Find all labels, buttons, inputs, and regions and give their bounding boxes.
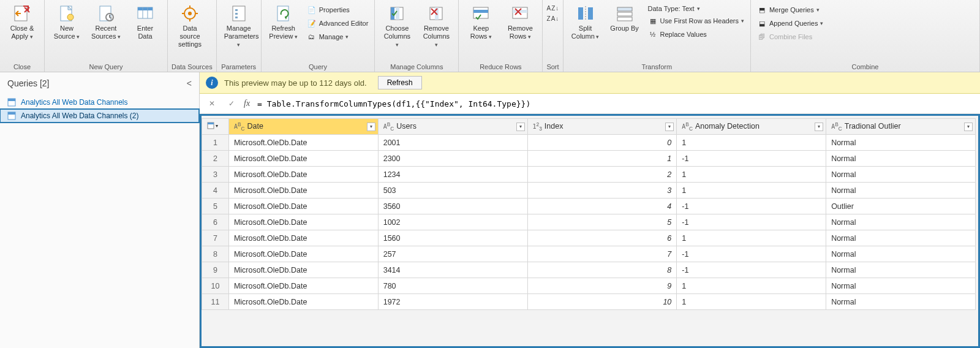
- cell-outlier[interactable]: Normal: [826, 214, 976, 230]
- refresh-preview-button[interactable]: Refresh Preview: [265, 2, 302, 42]
- split-column-button[interactable]: Split Column: [567, 2, 604, 42]
- column-header-anomaly[interactable]: ABCAnomaly Detection▾: [677, 119, 826, 135]
- table-row[interactable]: 4Microsoft.OleDb.Date50331Normal: [202, 183, 976, 199]
- cell-users[interactable]: 2300: [378, 151, 527, 167]
- cell-date[interactable]: Microsoft.OleDb.Date: [228, 167, 378, 183]
- table-row[interactable]: 1Microsoft.OleDb.Date200101Normal: [202, 135, 976, 151]
- cell-index[interactable]: 4: [527, 199, 677, 214]
- row-number[interactable]: 7: [202, 230, 229, 246]
- remove-rows-button[interactable]: Remove Rows: [502, 2, 538, 42]
- cell-anomaly[interactable]: 1: [677, 167, 826, 183]
- cell-anomaly[interactable]: -1: [677, 151, 826, 167]
- properties-button[interactable]: 📄Properties: [304, 4, 371, 16]
- cell-date[interactable]: Microsoft.OleDb.Date: [228, 278, 378, 294]
- column-filter-icon[interactable]: ▾: [367, 123, 375, 131]
- cell-outlier[interactable]: Normal: [826, 294, 976, 310]
- cell-users[interactable]: 1560: [378, 230, 527, 246]
- advanced-editor-button[interactable]: 📝Advanced Editor: [304, 17, 371, 29]
- query-item[interactable]: Analytics All Web Data Channels: [0, 96, 199, 109]
- row-number[interactable]: 4: [202, 183, 229, 199]
- row-number[interactable]: 5: [202, 199, 229, 214]
- row-number[interactable]: 8: [202, 246, 229, 262]
- notice-refresh-button[interactable]: Refresh: [378, 76, 422, 89]
- cell-anomaly[interactable]: 1: [677, 183, 826, 199]
- cell-date[interactable]: Microsoft.OleDb.Date: [228, 246, 378, 262]
- table-row[interactable]: 7Microsoft.OleDb.Date156061Normal: [202, 230, 976, 246]
- cell-anomaly[interactable]: -1: [677, 246, 826, 262]
- column-filter-icon[interactable]: ▾: [964, 123, 973, 131]
- table-row[interactable]: 11Microsoft.OleDb.Date1972101Normal: [202, 294, 976, 310]
- cell-anomaly[interactable]: -1: [677, 199, 826, 214]
- column-filter-icon[interactable]: ▾: [665, 123, 674, 131]
- column-header-outlier[interactable]: ABCTradional Outlier▾: [826, 119, 976, 135]
- table-corner-button[interactable]: ▾: [202, 119, 229, 135]
- recent-sources-button[interactable]: Recent Sources: [88, 2, 124, 42]
- cell-anomaly[interactable]: -1: [677, 214, 826, 230]
- row-number[interactable]: 1: [202, 135, 229, 151]
- enter-data-button[interactable]: Enter Data: [127, 2, 164, 42]
- cell-users[interactable]: 1234: [378, 167, 527, 183]
- column-filter-icon[interactable]: ▾: [815, 123, 823, 131]
- cell-users[interactable]: 1002: [378, 214, 527, 230]
- cell-date[interactable]: Microsoft.OleDb.Date: [228, 199, 378, 214]
- cell-date[interactable]: Microsoft.OleDb.Date: [228, 262, 378, 278]
- combine-files-button[interactable]: 🗐Combine Files: [755, 31, 826, 43]
- cell-index[interactable]: 3: [527, 183, 677, 199]
- cell-outlier[interactable]: Normal: [826, 151, 976, 167]
- cell-index[interactable]: 0: [527, 135, 677, 151]
- table-row[interactable]: 10Microsoft.OleDb.Date78091Normal: [202, 278, 976, 294]
- cell-date[interactable]: Microsoft.OleDb.Date: [228, 151, 378, 167]
- column-filter-icon[interactable]: ▾: [516, 123, 525, 131]
- cell-date[interactable]: Microsoft.OleDb.Date: [228, 230, 378, 246]
- cell-outlier[interactable]: Normal: [826, 230, 976, 246]
- cell-index[interactable]: 1: [527, 151, 677, 167]
- replace-values-button[interactable]: ½Replace Values: [646, 28, 747, 40]
- cell-outlier[interactable]: Normal: [826, 167, 976, 183]
- cell-users[interactable]: 2001: [378, 135, 527, 151]
- choose-columns-button[interactable]: Choose Columns: [379, 2, 415, 50]
- data-type-button[interactable]: Data Type: Text: [646, 4, 747, 13]
- query-item[interactable]: Analytics All Web Data Channels (2): [0, 109, 199, 123]
- cell-users[interactable]: 3414: [378, 262, 527, 278]
- cell-anomaly[interactable]: 1: [677, 135, 826, 151]
- row-number[interactable]: 3: [202, 167, 229, 183]
- column-header-users[interactable]: ABCUsers▾: [378, 119, 527, 135]
- row-number[interactable]: 2: [202, 151, 229, 167]
- cell-index[interactable]: 2: [527, 167, 677, 183]
- cell-outlier[interactable]: Normal: [826, 278, 976, 294]
- row-number[interactable]: 6: [202, 214, 229, 230]
- merge-queries-button[interactable]: ⬒Merge Queries: [755, 4, 826, 16]
- sort-asc-button[interactable]: AZ↓: [547, 5, 559, 12]
- formula-commit-icon[interactable]: ✓: [224, 96, 239, 111]
- row-number[interactable]: 10: [202, 278, 229, 294]
- cell-date[interactable]: Microsoft.OleDb.Date: [228, 294, 378, 310]
- row-number[interactable]: 11: [202, 294, 229, 310]
- table-row[interactable]: 5Microsoft.OleDb.Date35604-1Outlier: [202, 199, 976, 214]
- cell-date[interactable]: Microsoft.OleDb.Date: [228, 135, 378, 151]
- cell-outlier[interactable]: Normal: [826, 246, 976, 262]
- table-row[interactable]: 3Microsoft.OleDb.Date123421Normal: [202, 167, 976, 183]
- row-number[interactable]: 9: [202, 262, 229, 278]
- manage-parameters-button[interactable]: Manage Parameters: [221, 2, 257, 50]
- column-header-date[interactable]: ABCDate▾: [228, 119, 378, 135]
- cell-outlier[interactable]: Normal: [826, 135, 976, 151]
- table-row[interactable]: 9Microsoft.OleDb.Date34148-1Normal: [202, 262, 976, 278]
- first-row-headers-button[interactable]: ▦Use First Row as Headers: [646, 15, 747, 27]
- cell-users[interactable]: 257: [378, 246, 527, 262]
- group-by-button[interactable]: Group By: [606, 2, 643, 34]
- cell-index[interactable]: 5: [527, 214, 677, 230]
- table-row[interactable]: 8Microsoft.OleDb.Date2577-1Normal: [202, 246, 976, 262]
- new-source-button[interactable]: New Source: [48, 2, 85, 42]
- collapse-queries-icon[interactable]: <: [187, 78, 192, 88]
- manage-button[interactable]: 🗂Manage: [304, 31, 371, 43]
- cell-index[interactable]: 9: [527, 278, 677, 294]
- append-queries-button[interactable]: ⬓Append Queries: [755, 17, 826, 29]
- cell-index[interactable]: 6: [527, 230, 677, 246]
- cell-index[interactable]: 10: [527, 294, 677, 310]
- cell-users[interactable]: 3560: [378, 199, 527, 214]
- sort-desc-button[interactable]: ZA↓: [547, 15, 559, 22]
- cell-outlier[interactable]: Normal: [826, 262, 976, 278]
- cell-anomaly[interactable]: 1: [677, 294, 826, 310]
- cell-users[interactable]: 1972: [378, 294, 527, 310]
- keep-rows-button[interactable]: Keep Rows: [462, 2, 499, 42]
